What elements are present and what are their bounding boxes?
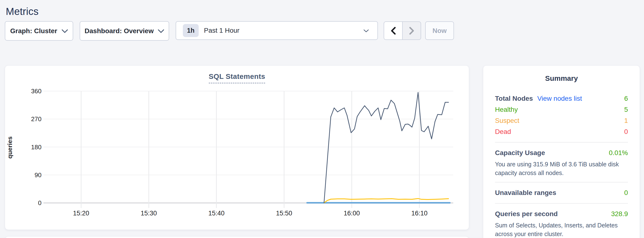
chevron-down-icon: [62, 29, 68, 33]
unavailable-ranges-label: Unavailable ranges: [495, 189, 556, 197]
capacity-usage-description: You are using 315.9 MiB of 3.6 TiB usabl…: [495, 160, 628, 177]
suspect-nodes-row: Suspect 1: [495, 115, 628, 126]
svg-text:15:50: 15:50: [276, 210, 292, 217]
healthy-nodes-row: Healthy 5: [495, 104, 628, 115]
now-button[interactable]: Now: [425, 21, 454, 40]
divider: [495, 182, 628, 182]
divider: [495, 142, 628, 143]
sql-statements-chart[interactable]: 09018027036015:2015:3015:4015:5016:0016:…: [5, 66, 469, 230]
healthy-label: Healthy: [495, 106, 518, 113]
queries-per-second-label: Queries per second: [495, 210, 558, 218]
time-range-label: Past 1 Hour: [204, 27, 240, 34]
capacity-usage-value: 0.01%: [609, 149, 628, 157]
svg-text:15:40: 15:40: [208, 210, 224, 217]
summary-title: Summary: [495, 74, 628, 82]
chevron-down-icon: [158, 29, 164, 33]
svg-text:15:20: 15:20: [73, 210, 89, 217]
healthy-value: 5: [624, 106, 628, 113]
svg-text:270: 270: [31, 115, 42, 123]
time-window-badge: 1h: [183, 24, 199, 37]
time-range-dropdown[interactable]: 1h Past 1 Hour: [176, 21, 378, 40]
svg-text:360: 360: [31, 87, 42, 95]
graph-dropdown-label: Graph: Cluster: [10, 27, 57, 35]
capacity-section: Capacity Usage 0.01% You are using 315.9…: [495, 147, 628, 177]
total-nodes-label: Total Nodes: [495, 95, 533, 102]
now-button-label: Now: [432, 27, 446, 35]
suspect-label: Suspect: [495, 117, 519, 125]
dashboard-dropdown[interactable]: Dashboard: Overview: [80, 21, 169, 41]
svg-text:90: 90: [34, 171, 42, 179]
capacity-usage-label: Capacity Usage: [495, 149, 545, 157]
unavailable-ranges-section: Unavailable ranges 0: [495, 187, 628, 198]
sql-statements-chart-card: SQL Statements queries 09018027036015:20…: [5, 65, 469, 230]
unavailable-ranges-value: 0: [624, 189, 628, 197]
time-step-group: [384, 21, 421, 40]
total-nodes-row: Total Nodes View nodes list 6: [495, 93, 628, 104]
svg-text:180: 180: [31, 144, 42, 151]
dashboard-dropdown-label: Dashboard: Overview: [85, 27, 154, 35]
page-title: Metrics: [6, 6, 39, 17]
chevron-left-icon: [390, 27, 396, 35]
suspect-value: 1: [624, 117, 628, 125]
view-nodes-list-link[interactable]: View nodes list: [537, 95, 582, 102]
chevron-down-icon: [364, 29, 369, 33]
dead-value: 0: [624, 128, 628, 136]
dead-label: Dead: [495, 128, 511, 136]
nodes-section: Total Nodes View nodes list 6 Healthy 5 …: [495, 93, 628, 137]
next-chart-card-partial: [5, 236, 469, 238]
qps-section: Queries per second 328.9 Sum of Selects,…: [495, 208, 628, 238]
dead-nodes-row: Dead 0: [495, 126, 628, 137]
graph-dropdown[interactable]: Graph: Cluster: [5, 21, 73, 41]
svg-text:15:30: 15:30: [140, 210, 157, 217]
queries-per-second-description: Sum of Selects, Updates, Inserts, and De…: [495, 221, 628, 238]
svg-text:16:10: 16:10: [411, 210, 428, 217]
queries-per-second-value: 328.9: [611, 210, 628, 218]
chevron-right-icon: [409, 27, 414, 35]
divider: [495, 203, 628, 204]
next-time-button[interactable]: [402, 21, 421, 40]
summary-panel: Summary Total Nodes View nodes list 6 He…: [483, 65, 640, 238]
svg-text:16:00: 16:00: [344, 210, 360, 217]
svg-text:0: 0: [38, 199, 42, 206]
previous-time-button[interactable]: [384, 21, 402, 40]
total-nodes-value: 6: [624, 95, 628, 102]
